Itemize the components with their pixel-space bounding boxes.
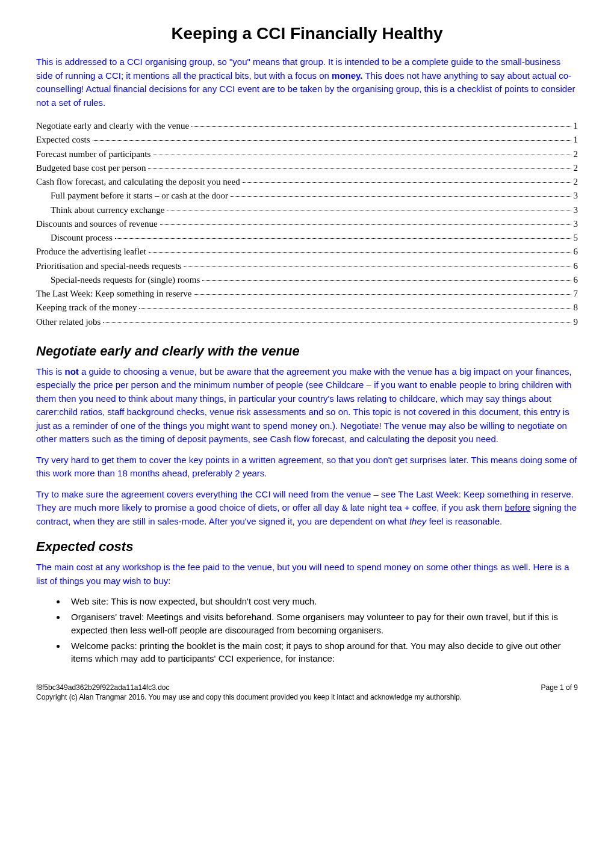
toc-item[interactable]: Discount process 5 — [36, 231, 578, 245]
table-of-contents: Negotiate early and clearly with the ven… — [36, 119, 578, 329]
bullet-item: Web site: This is now expected, but shou… — [66, 595, 578, 608]
toc-label: Keeping track of the money — [36, 301, 137, 315]
p1-text-before-bold: This is — [36, 366, 65, 377]
toc-label: Forecast number of participants — [36, 147, 150, 161]
toc-page: 2 — [574, 147, 578, 161]
toc-item[interactable]: Think about currency exchange 3 — [36, 203, 578, 217]
bullet-item: Welcome packs: printing the booklet is t… — [66, 639, 578, 666]
toc-item[interactable]: Keeping track of the money 8 — [36, 301, 578, 315]
toc-page: 8 — [574, 301, 578, 315]
toc-page: 9 — [574, 315, 578, 329]
toc-dots — [243, 182, 571, 183]
section2-p1: The main cost at any workshop is the fee… — [36, 561, 578, 588]
toc-dots — [115, 238, 571, 239]
toc-item[interactable]: Cash flow forecast, and calculating the … — [36, 175, 578, 189]
p1-text-after-bold: a guide to choosing a venue, but be awar… — [36, 366, 572, 445]
intro-bold: money. — [332, 70, 362, 81]
toc-item[interactable]: Produce the advertising leaflet 6 — [36, 245, 578, 259]
toc-page: 1 — [574, 119, 578, 133]
toc-dots — [191, 126, 571, 127]
toc-dots — [153, 155, 571, 155]
toc-label: The Last Week: Keep something in reserve — [36, 287, 191, 301]
toc-dots — [194, 294, 571, 295]
p3-underlined: before — [505, 502, 531, 512]
toc-item[interactable]: Expected costs 1 — [36, 133, 578, 147]
toc-item[interactable]: Other related jobs 9 — [36, 315, 578, 329]
toc-dots — [202, 280, 571, 281]
toc-item[interactable]: Special-needs requests for (single) room… — [36, 273, 578, 287]
toc-dots — [149, 252, 571, 253]
toc-label: Expected costs — [36, 133, 90, 147]
toc-page: 2 — [574, 175, 578, 189]
p1-bold: not — [65, 366, 79, 377]
toc-page: 7 — [574, 287, 578, 301]
toc-page: 5 — [574, 231, 578, 245]
toc-page: 6 — [574, 273, 578, 287]
toc-item[interactable]: Full payment before it starts – or cash … — [36, 189, 578, 203]
toc-label: Negotiate early and clearly with the ven… — [36, 119, 189, 133]
p3-part1: Try to make sure the agreement covers ev… — [36, 489, 574, 513]
footer-filename: f8f5bc349ad362b29f922ada11a14fc3.doc — [36, 683, 170, 692]
toc-item[interactable]: Discounts and sources of revenue 3 — [36, 217, 578, 231]
toc-dots — [139, 308, 571, 309]
toc-label: Budgeted base cost per person — [36, 161, 146, 175]
toc-item[interactable]: Forecast number of participants 2 — [36, 147, 578, 161]
toc-page: 1 — [574, 133, 578, 147]
section-heading-negotiate: Negotiate early and clearly with the ven… — [36, 343, 578, 359]
toc-dots — [93, 140, 571, 141]
toc-item[interactable]: Negotiate early and clearly with the ven… — [36, 119, 578, 133]
section1-p2: Try very hard to get them to cover the k… — [36, 454, 578, 481]
toc-item[interactable]: Budgeted base cost per person 2 — [36, 161, 578, 175]
toc-label: Produce the advertising leaflet — [36, 245, 146, 259]
toc-page: 3 — [574, 203, 578, 217]
p3-part3: feel is reasonable. — [426, 516, 502, 526]
intro-paragraph: This is addressed to a CCI organising gr… — [36, 55, 578, 109]
toc-page: 6 — [574, 259, 578, 273]
toc-item[interactable]: The Last Week: Keep something in reserve… — [36, 287, 578, 301]
toc-dots — [103, 322, 571, 323]
toc-label: Other related jobs — [36, 315, 101, 329]
p3-italic: they — [409, 516, 426, 526]
document-title: Keeping a CCI Financially Healthy — [36, 24, 578, 43]
toc-label: Think about currency exchange — [51, 203, 165, 217]
toc-item[interactable]: Prioritisation and special-needs request… — [36, 259, 578, 273]
toc-dots — [148, 168, 571, 169]
toc-dots — [167, 211, 571, 211]
expected-costs-bullets: Web site: This is now expected, but shou… — [66, 595, 578, 665]
toc-label: Full payment before it starts – or cash … — [51, 189, 228, 203]
section1-p3: Try to make sure the agreement covers ev… — [36, 488, 578, 529]
toc-page: 3 — [574, 189, 578, 203]
toc-label: Special-needs requests for (single) room… — [51, 273, 200, 287]
bullet-item: Organisers' travel: Meetings and visits … — [66, 611, 578, 637]
footer-page: Page 1 of 9 — [541, 683, 578, 692]
toc-label: Prioritisation and special-needs request… — [36, 259, 181, 273]
toc-dots — [160, 224, 571, 225]
section-heading-expected-costs: Expected costs — [36, 539, 578, 555]
toc-page: 3 — [574, 217, 578, 231]
footer: f8f5bc349ad362b29f922ada11a14fc3.doc Pag… — [36, 683, 578, 692]
section1-p1: This is not a guide to choosing a venue,… — [36, 365, 578, 446]
toc-dots — [184, 266, 571, 267]
footer-copyright: Copyright (c) Alan Trangmar 2016. You ma… — [36, 693, 578, 701]
toc-dots — [231, 196, 571, 197]
toc-label: Discount process — [51, 231, 113, 245]
toc-label: Cash flow forecast, and calculating the … — [36, 175, 240, 189]
toc-page: 2 — [574, 161, 578, 175]
toc-label: Discounts and sources of revenue — [36, 217, 158, 231]
toc-page: 6 — [574, 245, 578, 259]
